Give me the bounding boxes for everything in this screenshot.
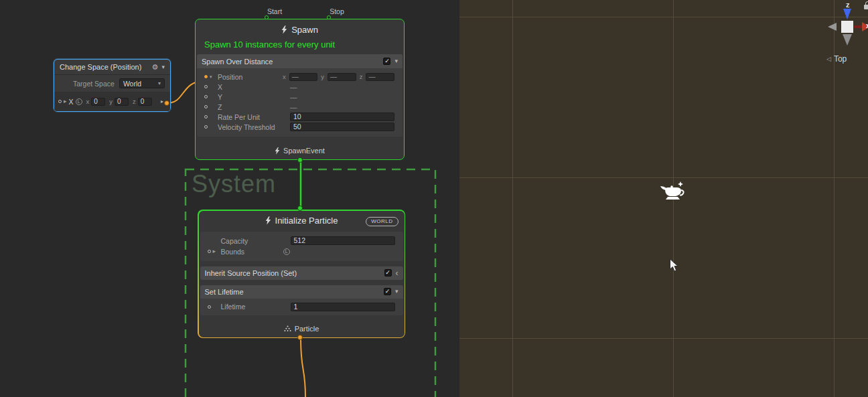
chevron-down-icon[interactable] [161,64,165,70]
change-space-title: Change Space (Position) [60,63,141,71]
position-input-port[interactable] [204,75,208,78]
position-y-field[interactable]: — [328,73,356,81]
change-space-header[interactable]: Change Space (Position) [54,60,170,75]
velocity-threshold-field[interactable]: 50 [290,123,394,131]
space-local-icon[interactable]: L [76,98,82,105]
velocity-threshold-label: Velocity Threshold [218,123,290,131]
bounds-input-port[interactable] [208,250,211,253]
scene-view[interactable]: z x Top [459,0,868,397]
start-flow-port[interactable] [265,15,269,19]
initialize-output-port[interactable] [297,335,303,340]
gizmo-center-cube[interactable] [841,21,853,33]
x-value-field[interactable]: 0 [91,98,105,106]
z-input-port[interactable] [204,105,208,108]
rate-input-port[interactable] [204,115,208,118]
axis-x-label: x [86,98,90,105]
position-row: Position x — y — z — [197,72,403,82]
block-enabled-checkbox[interactable] [384,269,392,276]
x-input-port[interactable] [204,85,208,88]
lock-icon[interactable] [864,1,868,9]
view-orientation-label[interactable]: Top [826,54,847,64]
x-input-port[interactable] [58,100,62,103]
particle-output-label: Particle [295,325,319,333]
rate-per-unit-field[interactable]: 10 [290,112,394,121]
set-lifetime-block[interactable]: Set Lifetime [200,285,403,299]
capacity-field[interactable]: 512 [291,236,395,245]
stop-flow-port[interactable] [327,15,331,19]
chevron-down-icon[interactable] [394,58,398,64]
foldout-icon[interactable] [213,248,216,254]
particle-icon [284,325,291,332]
spawn-output-port[interactable] [297,157,303,163]
block-enabled-checkbox[interactable] [384,288,391,295]
lifetime-field[interactable]: 1 [291,303,395,311]
expand-icon[interactable] [64,98,67,104]
wire-initialize-out[interactable] [301,338,305,397]
lightning-icon [281,25,287,34]
axis-z-label: z [133,98,136,105]
axis-y-label: y [109,98,113,105]
scene-orientation-gizmo[interactable]: z x Top [814,0,868,67]
x-row: X — [197,82,403,92]
z-value-field[interactable]: 0 [138,98,152,106]
position-z-field[interactable]: — [366,73,394,81]
lifetime-row: Lifetime 1 [200,302,403,312]
target-space-row: Target Space World [54,75,170,92]
x-label: X [218,83,290,91]
gizmo-z-axis-label: z [846,1,850,9]
vfx-graph-window: System Start Stop Spawn Spawn 10 instanc… [0,0,868,397]
spawn-start-port-label: Start [267,7,282,15]
axis-z-label: z [360,73,363,80]
position-x-field[interactable]: — [289,73,318,81]
spawn-over-distance-title: Spawn Over Distance [202,58,273,66]
inherit-source-position-block[interactable]: Inherit Source Position (Set) [200,266,403,280]
view-arrow-icon [826,56,831,62]
target-space-dropdown[interactable]: World [119,78,165,88]
inherit-source-position-title: Inherit Source Position (Set) [205,269,297,277]
spawn-context-node[interactable]: Start Stop Spawn Spawn 10 instances for … [195,19,405,160]
y-label: Y [218,93,290,101]
lifetime-input-port[interactable] [208,305,211,309]
spawn-over-distance-block[interactable]: Spawn Over Distance Position x — y — [197,54,403,137]
world-space-badge[interactable]: WORLD [366,217,398,226]
capacity-label: Capacity [221,237,291,245]
initialize-title: Initialize Particle [275,216,338,226]
gear-icon[interactable] [152,64,159,71]
y-value-field[interactable]: 0 [115,98,129,106]
grid-line [459,17,868,17]
space-local-icon[interactable]: L [283,248,290,255]
lifetime-label: Lifetime [221,303,291,311]
rate-per-unit-label: Rate Per Unit [218,113,290,121]
change-space-node[interactable]: Change Space (Position) Target Space Wor… [54,59,171,112]
chevron-down-icon[interactable] [395,289,399,295]
block-enabled-checkbox[interactable] [383,58,390,65]
initialize-settings: Capacity 512 Bounds L [200,232,403,261]
target-space-value: World [123,80,141,88]
initialize-particle-node[interactable]: Initialize Particle WORLD Capacity 512 B… [198,210,405,338]
foldout-icon[interactable] [210,74,212,79]
visual-effect-gizmo-icon[interactable] [660,180,686,204]
x-input-label: X [69,98,74,106]
set-lifetime-title: Set Lifetime [205,288,244,296]
system-group-label: System [192,170,276,198]
z-row: Z — [197,102,403,112]
capacity-row: Capacity 512 [200,236,403,246]
change-space-io-row: X L x 0 y 0 z 0 [54,92,170,111]
output-arrow-icon [161,98,163,104]
change-space-output-port[interactable] [164,100,169,106]
z-value: — [290,103,297,111]
y-row: Y — [197,92,403,102]
y-input-port[interactable] [204,95,208,98]
lightning-icon [275,147,280,155]
initialize-title-bar: Initialize Particle WORLD [199,211,405,231]
bounds-label: Bounds [221,248,283,256]
gizmo-z-axis-arrow[interactable] [843,9,851,19]
gizmo-left-axis-cone[interactable] [828,23,837,31]
gizmo-down-axis-cone[interactable] [843,34,852,46]
target-space-label: Target Space [73,80,115,88]
vfx-graph-canvas[interactable]: System Start Stop Spawn Spawn 10 instanc… [0,0,459,397]
initialize-input-port[interactable] [297,206,303,211]
chevron-collapsed-icon[interactable] [396,269,399,277]
velocity-input-port[interactable] [204,125,208,129]
spawn-over-distance-header[interactable]: Spawn Over Distance [197,54,403,68]
